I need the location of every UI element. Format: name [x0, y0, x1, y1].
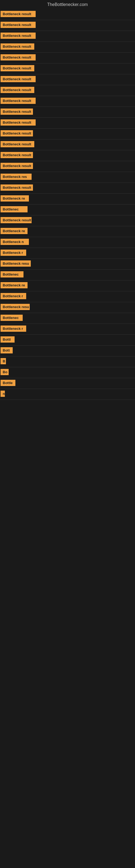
- list-item: Bottleneck result: [0, 74, 135, 85]
- bottleneck-badge[interactable]: Bottleneck result: [1, 98, 36, 104]
- list-item: Bottleneck resu: [0, 259, 135, 270]
- bottleneck-badge[interactable]: Bottleneck result: [1, 108, 33, 115]
- bottleneck-badge[interactable]: Bottleneck result: [1, 141, 34, 147]
- bottleneck-badge[interactable]: Bottleneck result: [1, 65, 34, 71]
- list-item: Bottleneck r: [0, 324, 135, 335]
- list-item: Bottleneck n: [0, 237, 135, 248]
- list-item: [0, 454, 135, 465]
- bottleneck-badge[interactable]: Bottleneck result: [1, 11, 36, 17]
- list-item: Bottleneck result: [0, 53, 135, 63]
- list-item: Bottleneck r: [0, 291, 135, 302]
- bottleneck-badge[interactable]: Bottleneck r: [1, 293, 26, 299]
- bottleneck-badge[interactable]: Bottleneck result: [1, 76, 36, 82]
- site-title: TheBottlenecker.com: [0, 0, 135, 9]
- bottleneck-badge[interactable]: Bottleneck result: [1, 119, 36, 126]
- list-item: Bottleneck result: [0, 85, 135, 96]
- bottleneck-badge[interactable]: Bottleneck result: [1, 217, 32, 223]
- bottleneck-badge[interactable]: Bottl: [1, 336, 14, 343]
- list-item: [0, 714, 135, 725]
- bottleneck-badge[interactable]: Bottleneck res: [1, 174, 32, 180]
- list-item: [0, 704, 135, 714]
- list-item: Bott: [0, 346, 135, 356]
- list-item: [0, 671, 135, 682]
- list-item: [0, 432, 135, 443]
- list-item: [0, 584, 135, 595]
- bottleneck-badge[interactable]: Bottleneck re: [1, 195, 29, 202]
- list-item: Bottleneck result: [0, 150, 135, 161]
- list-item: Bottleneck result: [0, 140, 135, 150]
- list-item: [0, 563, 135, 574]
- bottleneck-badge[interactable]: Bottleneck result: [1, 54, 36, 61]
- bottleneck-badge[interactable]: B: [1, 358, 6, 364]
- bottleneck-badge[interactable]: Bottleneck result: [1, 130, 33, 136]
- bottleneck-badge[interactable]: Bo: [1, 369, 9, 375]
- list-item: [0, 541, 135, 552]
- list-item: [0, 497, 135, 508]
- list-item: [0, 476, 135, 487]
- list-item: Bottleneck result: [0, 118, 135, 129]
- list-item: Bottleneck result: [0, 9, 135, 20]
- list-item: Bottleneck result: [0, 96, 135, 107]
- list-item: Bottlenec: [0, 270, 135, 280]
- list-item: [0, 617, 135, 628]
- bottleneck-badge[interactable]: Bottleneck re: [1, 282, 28, 288]
- list-item: [0, 487, 135, 497]
- list-item: [0, 693, 135, 704]
- bottleneck-badge[interactable]: Bottleneck result: [1, 43, 34, 50]
- list-item: [0, 519, 135, 530]
- list-item: [0, 606, 135, 617]
- list-item: Bottl: [0, 335, 135, 346]
- bottleneck-badge[interactable]: n: [1, 391, 5, 397]
- list-item: Bottleneck resu: [0, 302, 135, 313]
- bottleneck-badge[interactable]: Bottleneck resu: [1, 304, 30, 310]
- bottleneck-badge[interactable]: Bottleneck resu: [1, 260, 31, 267]
- list-item: Bottlenec: [0, 205, 135, 215]
- list-item: Bottle: [0, 378, 135, 389]
- bottleneck-badge[interactable]: Bottleneck result: [1, 33, 36, 39]
- list-item: [0, 411, 135, 422]
- list-item: [0, 639, 135, 649]
- list-item: Bottleneck r: [0, 248, 135, 259]
- list-item: [0, 443, 135, 454]
- bottleneck-badge[interactable]: Bottleneck r: [1, 250, 26, 256]
- list-item: Bottleneck result: [0, 63, 135, 74]
- list-item: B: [0, 356, 135, 367]
- list-item: [0, 422, 135, 432]
- bottleneck-badge[interactable]: Bottleneck result: [1, 87, 34, 93]
- list-item: [0, 508, 135, 519]
- bottleneck-badge[interactable]: Bottleneck n: [1, 239, 29, 245]
- bottleneck-badge[interactable]: Bott: [1, 347, 13, 353]
- list-item: Bottleneck result: [0, 129, 135, 140]
- list-item: Bottleneck result: [0, 107, 135, 118]
- list-item: Bottleneck result: [0, 42, 135, 53]
- bottleneck-badge[interactable]: Bottlenec: [1, 271, 24, 278]
- list-item: [0, 552, 135, 563]
- list-item: Bottlenec: [0, 313, 135, 324]
- list-item: Bottleneck result: [0, 215, 135, 226]
- list-item: [0, 628, 135, 639]
- bottleneck-list: Bottleneck resultBottleneck resultBottle…: [0, 9, 135, 725]
- bottleneck-badge[interactable]: Bottleneck result: [1, 184, 33, 191]
- list-item: Bottleneck result: [0, 161, 135, 172]
- list-item: Bottleneck res: [0, 172, 135, 183]
- bottleneck-badge[interactable]: Bottlenec: [1, 315, 23, 321]
- list-item: [0, 574, 135, 584]
- bottleneck-badge[interactable]: Bottleneck re: [1, 228, 28, 234]
- list-item: [0, 595, 135, 606]
- list-item: [0, 530, 135, 541]
- list-item: Bottleneck re: [0, 280, 135, 291]
- list-item: [0, 682, 135, 693]
- bottleneck-badge[interactable]: Bottle: [1, 380, 15, 386]
- list-item: [0, 400, 135, 411]
- bottleneck-badge[interactable]: Bottleneck result: [1, 22, 36, 28]
- list-item: Bo: [0, 367, 135, 378]
- list-item: [0, 465, 135, 476]
- bottleneck-badge[interactable]: Bottlenec: [1, 206, 28, 212]
- bottleneck-badge[interactable]: Bottleneck r: [1, 326, 26, 332]
- list-item: Bottleneck result: [0, 183, 135, 194]
- list-item: Bottleneck result: [0, 31, 135, 42]
- list-item: Bottleneck re: [0, 194, 135, 205]
- list-item: Bottleneck re: [0, 226, 135, 237]
- bottleneck-badge[interactable]: Bottleneck result: [1, 152, 33, 158]
- bottleneck-badge[interactable]: Bottleneck result: [1, 163, 33, 169]
